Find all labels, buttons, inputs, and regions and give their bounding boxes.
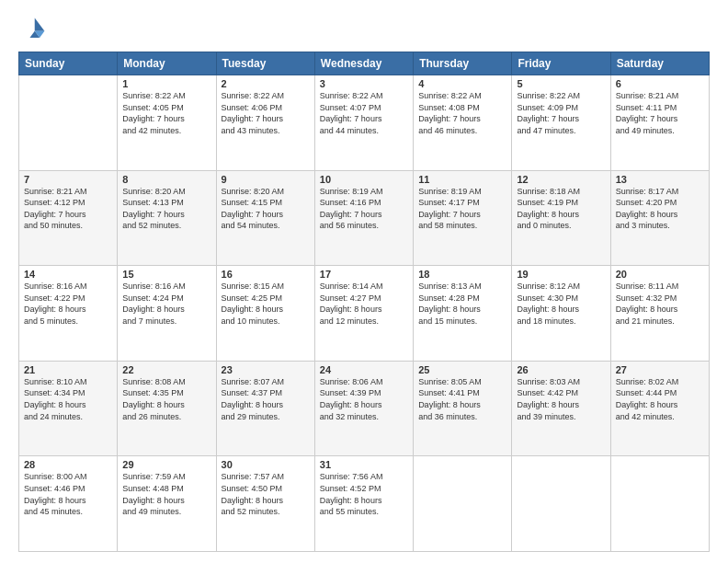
day-info: Sunrise: 8:20 AM Sunset: 4:13 PM Dayligh… [122,186,210,232]
day-info: Sunrise: 8:11 AM Sunset: 4:32 PM Dayligh… [616,281,704,327]
calendar-cell: 17Sunrise: 8:14 AM Sunset: 4:27 PM Dayli… [314,266,413,362]
calendar-cell: 18Sunrise: 8:13 AM Sunset: 4:28 PM Dayli… [414,266,512,362]
day-number: 20 [616,269,704,280]
day-number: 25 [418,364,506,375]
day-number: 21 [24,364,112,375]
day-number: 24 [320,364,408,375]
calendar-cell [610,456,709,552]
day-number: 22 [122,364,210,375]
day-info: Sunrise: 8:02 AM Sunset: 4:44 PM Dayligh… [616,376,704,422]
day-info: Sunrise: 8:22 AM Sunset: 4:09 PM Dayligh… [517,90,605,136]
calendar-cell: 7Sunrise: 8:21 AM Sunset: 4:12 PM Daylig… [19,170,118,266]
logo [18,15,51,44]
day-info: Sunrise: 8:13 AM Sunset: 4:28 PM Dayligh… [418,281,506,327]
day-number: 23 [222,364,310,375]
day-number: 4 [418,78,506,89]
day-info: Sunrise: 8:00 AM Sunset: 4:46 PM Dayligh… [24,471,112,517]
day-info: Sunrise: 7:59 AM Sunset: 4:48 PM Dayligh… [122,471,210,517]
day-info: Sunrise: 8:22 AM Sunset: 4:08 PM Dayligh… [418,90,506,136]
col-thursday: Thursday [414,52,512,75]
day-number: 7 [24,174,112,185]
day-number: 19 [517,269,605,280]
calendar-cell: 23Sunrise: 8:07 AM Sunset: 4:37 PM Dayli… [216,361,314,456]
calendar-cell: 20Sunrise: 8:11 AM Sunset: 4:32 PM Dayli… [610,266,709,362]
day-info: Sunrise: 8:20 AM Sunset: 4:15 PM Dayligh… [222,186,310,232]
calendar-cell [512,456,610,552]
col-friday: Friday [512,52,610,75]
calendar-cell: 11Sunrise: 8:19 AM Sunset: 4:17 PM Dayli… [414,170,512,266]
page: Sunday Monday Tuesday Wednesday Thursday… [0,0,728,563]
col-sunday: Sunday [19,52,118,75]
calendar-cell: 29Sunrise: 7:59 AM Sunset: 4:48 PM Dayli… [118,456,216,552]
day-info: Sunrise: 8:22 AM Sunset: 4:06 PM Dayligh… [222,90,310,136]
calendar-cell: 14Sunrise: 8:16 AM Sunset: 4:22 PM Dayli… [19,266,118,362]
header [18,15,710,44]
col-saturday: Saturday [610,52,709,75]
calendar-week-row: 28Sunrise: 8:00 AM Sunset: 4:46 PM Dayli… [19,456,710,552]
day-number: 5 [517,78,605,89]
day-number: 9 [222,174,310,185]
day-number: 30 [222,459,310,470]
calendar-cell: 13Sunrise: 8:17 AM Sunset: 4:20 PM Dayli… [610,170,709,266]
calendar-cell: 26Sunrise: 8:03 AM Sunset: 4:42 PM Dayli… [512,361,610,456]
col-monday: Monday [118,52,216,75]
day-number: 29 [122,459,210,470]
calendar-cell: 25Sunrise: 8:05 AM Sunset: 4:41 PM Dayli… [414,361,512,456]
calendar-cell: 12Sunrise: 8:18 AM Sunset: 4:19 PM Dayli… [512,170,610,266]
day-number: 2 [222,78,310,89]
calendar-week-row: 14Sunrise: 8:16 AM Sunset: 4:22 PM Dayli… [19,266,710,362]
day-info: Sunrise: 8:03 AM Sunset: 4:42 PM Dayligh… [517,376,605,422]
day-number: 14 [24,269,112,280]
day-info: Sunrise: 8:10 AM Sunset: 4:34 PM Dayligh… [24,376,112,422]
day-number: 15 [122,269,210,280]
day-info: Sunrise: 8:05 AM Sunset: 4:41 PM Dayligh… [418,376,506,422]
day-info: Sunrise: 7:57 AM Sunset: 4:50 PM Dayligh… [222,471,310,517]
day-number: 27 [616,364,704,375]
calendar-cell: 21Sunrise: 8:10 AM Sunset: 4:34 PM Dayli… [19,361,118,456]
day-info: Sunrise: 8:12 AM Sunset: 4:30 PM Dayligh… [517,281,605,327]
day-number: 31 [320,459,408,470]
day-number: 11 [418,174,506,185]
calendar-cell: 27Sunrise: 8:02 AM Sunset: 4:44 PM Dayli… [610,361,709,456]
day-number: 1 [122,78,210,89]
calendar-week-row: 1Sunrise: 8:22 AM Sunset: 4:05 PM Daylig… [19,75,710,171]
day-number: 3 [320,78,408,89]
day-info: Sunrise: 8:22 AM Sunset: 4:07 PM Dayligh… [320,90,408,136]
calendar-cell: 19Sunrise: 8:12 AM Sunset: 4:30 PM Dayli… [512,266,610,362]
day-number: 13 [616,174,704,185]
calendar-week-row: 21Sunrise: 8:10 AM Sunset: 4:34 PM Dayli… [19,361,710,456]
calendar-cell: 5Sunrise: 8:22 AM Sunset: 4:09 PM Daylig… [512,75,610,171]
day-info: Sunrise: 8:22 AM Sunset: 4:05 PM Dayligh… [122,90,210,136]
calendar-table: Sunday Monday Tuesday Wednesday Thursday… [18,52,710,552]
calendar-week-row: 7Sunrise: 8:21 AM Sunset: 4:12 PM Daylig… [19,170,710,266]
calendar-cell: 10Sunrise: 8:19 AM Sunset: 4:16 PM Dayli… [314,170,413,266]
calendar-cell: 3Sunrise: 8:22 AM Sunset: 4:07 PM Daylig… [314,75,413,171]
day-number: 17 [320,269,408,280]
day-info: Sunrise: 8:21 AM Sunset: 4:11 PM Dayligh… [616,90,704,136]
calendar-cell: 15Sunrise: 8:16 AM Sunset: 4:24 PM Dayli… [118,266,216,362]
day-info: Sunrise: 7:56 AM Sunset: 4:52 PM Dayligh… [320,471,408,517]
calendar-header-row: Sunday Monday Tuesday Wednesday Thursday… [19,52,710,75]
day-info: Sunrise: 8:16 AM Sunset: 4:24 PM Dayligh… [122,281,210,327]
day-number: 6 [616,78,704,89]
day-info: Sunrise: 8:21 AM Sunset: 4:12 PM Dayligh… [24,186,112,232]
day-number: 18 [418,269,506,280]
col-tuesday: Tuesday [216,52,314,75]
calendar-cell: 1Sunrise: 8:22 AM Sunset: 4:05 PM Daylig… [118,75,216,171]
day-number: 12 [517,174,605,185]
calendar-cell: 30Sunrise: 7:57 AM Sunset: 4:50 PM Dayli… [216,456,314,552]
day-info: Sunrise: 8:19 AM Sunset: 4:17 PM Dayligh… [418,186,506,232]
calendar-cell: 31Sunrise: 7:56 AM Sunset: 4:52 PM Dayli… [314,456,413,552]
calendar-cell: 6Sunrise: 8:21 AM Sunset: 4:11 PM Daylig… [610,75,709,171]
day-info: Sunrise: 8:15 AM Sunset: 4:25 PM Dayligh… [222,281,310,327]
day-info: Sunrise: 8:08 AM Sunset: 4:35 PM Dayligh… [122,376,210,422]
day-info: Sunrise: 8:06 AM Sunset: 4:39 PM Dayligh… [320,376,408,422]
day-info: Sunrise: 8:16 AM Sunset: 4:22 PM Dayligh… [24,281,112,327]
day-number: 10 [320,174,408,185]
calendar-cell [19,75,118,171]
day-info: Sunrise: 8:07 AM Sunset: 4:37 PM Dayligh… [222,376,310,422]
calendar-cell: 16Sunrise: 8:15 AM Sunset: 4:25 PM Dayli… [216,266,314,362]
logo-icon [18,15,48,44]
day-info: Sunrise: 8:19 AM Sunset: 4:16 PM Dayligh… [320,186,408,232]
day-number: 16 [222,269,310,280]
